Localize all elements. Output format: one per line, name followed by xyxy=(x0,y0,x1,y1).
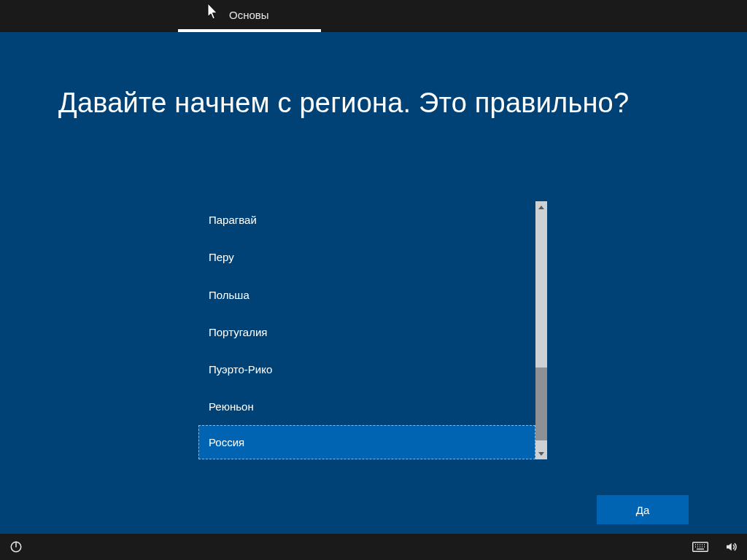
list-item-label: Польша xyxy=(209,289,249,301)
list-item[interactable]: Пуэрто-Рико xyxy=(198,351,535,388)
region-list-items: Парагвай Перу Польша Португалия Пуэрто-Р… xyxy=(198,201,535,459)
taskbar-left xyxy=(7,538,25,556)
chevron-down-icon xyxy=(538,452,544,456)
list-item-label: Реюньон xyxy=(209,400,254,413)
list-item[interactable]: Португалия xyxy=(198,314,535,351)
list-item-label: Перу xyxy=(209,251,234,263)
tab-basics[interactable]: Основы xyxy=(229,9,269,21)
keyboard-icon[interactable] xyxy=(692,538,709,556)
list-item[interactable]: Польша xyxy=(198,276,535,313)
volume-icon[interactable] xyxy=(722,538,740,556)
power-icon[interactable] xyxy=(7,538,25,556)
list-item-label: Россия xyxy=(209,436,244,448)
list-item-label: Парагвай xyxy=(209,214,257,226)
list-item-selected[interactable]: Россия xyxy=(198,425,535,459)
scrollbar[interactable] xyxy=(535,201,547,459)
list-item[interactable]: Парагвай xyxy=(198,201,535,238)
list-item[interactable]: Перу xyxy=(198,238,535,276)
chevron-up-icon xyxy=(538,206,544,209)
page-title: Давайте начнем с региона. Это правильно? xyxy=(58,88,629,119)
taskbar-right xyxy=(692,538,740,556)
list-item-label: Пуэрто-Рико xyxy=(209,363,272,376)
yes-button[interactable]: Да xyxy=(597,495,689,524)
scroll-up-button[interactable] xyxy=(535,201,547,213)
list-item[interactable]: Реюньон xyxy=(198,388,535,425)
header-bar: Основы xyxy=(0,0,747,32)
taskbar xyxy=(0,534,747,560)
scroll-down-button[interactable] xyxy=(535,448,547,459)
scroll-thumb[interactable] xyxy=(535,368,547,440)
tab-underline xyxy=(178,29,321,32)
cursor-icon xyxy=(207,4,219,20)
list-item-label: Португалия xyxy=(209,326,267,338)
region-list: Парагвай Перу Польша Португалия Пуэрто-Р… xyxy=(198,201,547,459)
